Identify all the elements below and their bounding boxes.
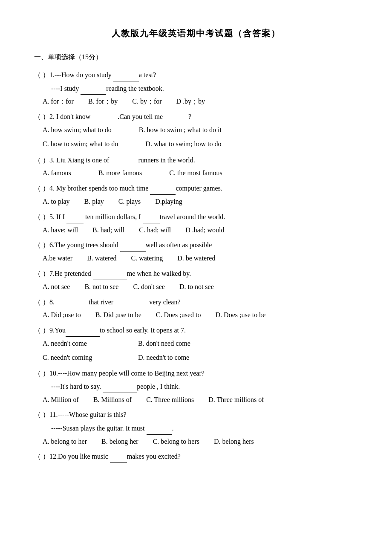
question-4: （ ）4. My brother spends too much time co… [34,182,358,208]
q1-number: （ ）1.---How do you study a test? [34,71,156,78]
q1-optB: B. for；by [88,95,118,108]
q3-optB: B. more famous [98,167,142,179]
q11-optC: C. belong to hers [153,436,199,448]
q3-optC: C. the most famous [169,167,222,179]
q10-optA: A. Million of [43,394,79,406]
q11-optB: B. belong her [101,436,138,448]
q1-optD: D .by；by [176,95,205,108]
q6-optC: C. watering [131,252,163,265]
q2-optA: A. how swim; what to do [43,124,112,136]
q2-optB: B. how to swim ; what to do it [139,124,222,136]
q5-optC: C. had; will [139,224,171,237]
q7-optA: A. not see [43,281,70,293]
q4-optB: B. play [84,196,104,208]
question-11: （ ）11.-----Whose guitar is this? -----Su… [34,409,358,448]
q8-optD: D. Does ;use to be [216,309,266,321]
q4-optD: D.playing [155,196,182,208]
question-7: （ ）7.He pretended me when he walked by. … [34,267,358,293]
q10-number: （ ）10.----How many people will come to B… [34,370,205,377]
q2-number: （ ）2. I don't know .Can you tell me ? [34,113,191,120]
q6-number: （ ）6.The young trees should well as ofte… [34,241,212,249]
q11-optD: D. belong hers [214,436,254,448]
question-10: （ ）10.----How many people will come to B… [34,367,358,406]
q7-optC: C. don't see [133,281,164,293]
question-3: （ ）3. Liu Xiang is one of runners in the… [34,154,358,180]
question-1: （ ）1.---How do you study a test? ----I s… [34,69,358,108]
q4-optC: C. plays [118,196,141,208]
q12-number: （ ）12.Do you like music makes you excite… [34,453,181,460]
question-6: （ ）6.The young trees should well as ofte… [34,239,358,265]
q9-optA: A. needn't come [43,338,136,350]
q11-number: （ ）11.-----Whose guitar is this? [34,411,127,418]
q6-optB: B. watered [87,252,116,265]
q4-optA: A. to play [43,196,70,208]
q8-optA: A. Did ;use to [43,309,81,321]
q5-optD: D .had; would [185,224,224,237]
q8-optB: B. Did ;use to be [95,309,141,321]
q2-optD: D. what to swim; how to do [145,138,221,150]
q7-optD: D. to not see [179,281,214,293]
question-8: （ ）8. that river very clean? A. Did ;use… [34,296,358,322]
section1-title: 一、单项选择（15分） [34,51,358,64]
q3-number: （ ）3. Liu Xiang is one of runners in the… [34,156,195,164]
question-9: （ ）9.You to school so early. It opens at… [34,324,358,364]
q1-optC: C. by；for [132,95,161,108]
q1-optA: A. for；for [43,95,74,108]
q11-optA: A. belong to her [43,436,87,448]
q6-optA: A.be water [43,252,72,265]
q7-optB: B. not to see [84,281,118,293]
q8-optC: C. Does ;used to [156,309,201,321]
question-12: （ ）12.Do you like music makes you excite… [34,450,358,463]
q2-optC: C. how to swim; what to do [43,138,118,150]
q10-optB: B. Millions of [93,394,132,406]
q6-optD: D. be watered [177,252,215,265]
q5-number: （ ）5. If I ten million dollars, I travel… [34,213,225,220]
q10-optC: C. Three millions [146,394,194,406]
q9-optC: C. needn't coming [43,352,136,364]
page-title: 人教版九年级英语期中考试题（含答案） [34,26,358,41]
q5-optB: B. had; will [92,224,124,237]
q10-optD: D. Three millions of [208,394,264,406]
q7-number: （ ）7.He pretended me when he walked by. [34,270,191,277]
q5-optA: A. have; will [43,224,78,237]
q4-number: （ ）4. My brother spends too much time co… [34,185,222,192]
q9-optD: D. needn't to come [138,352,189,364]
question-2: （ ）2. I don't know .Can you tell me ? A.… [34,110,358,150]
question-5: （ ）5. If I ten million dollars, I travel… [34,211,358,237]
q3-optA: A. famous [43,167,71,179]
q9-number: （ ）9.You to school so early. It opens at… [34,327,186,334]
q9-optB: B. don't need come [138,338,190,350]
q8-number: （ ）8. that river very clean? [34,298,180,306]
